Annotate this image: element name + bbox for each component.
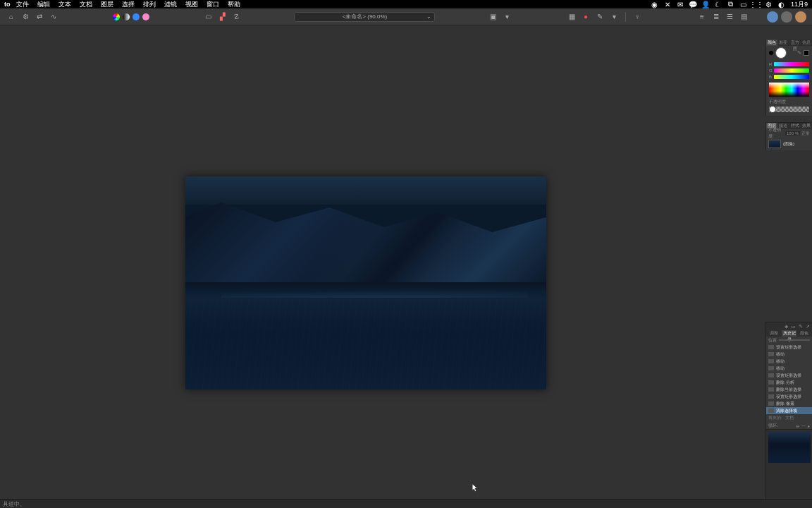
- persona-photo-icon[interactable]: [767, 11, 778, 23]
- crop-icon[interactable]: ▞: [217, 11, 228, 23]
- status-display-icon[interactable]: ⧉: [726, 0, 736, 8]
- lasso-icon[interactable]: ☡: [231, 11, 242, 23]
- eyedropper-icon[interactable]: ✎: [797, 50, 801, 56]
- menu-filter[interactable]: 滤镜: [164, 0, 177, 9]
- history-item[interactable]: 设置矩形选择: [766, 393, 812, 400]
- history-item-label: 清除选择项: [776, 408, 797, 414]
- tab-styles[interactable]: 样式: [789, 123, 801, 129]
- history-slider-icon[interactable]: —: [801, 423, 806, 428]
- tab-histogram[interactable]: 直方图: [789, 40, 801, 46]
- align-justify-icon[interactable]: ▤: [739, 11, 750, 23]
- menubar-clock[interactable]: 11月9: [791, 0, 808, 9]
- sync-icon[interactable]: ⇄: [34, 11, 45, 23]
- align-left-icon[interactable]: ≡: [696, 11, 708, 23]
- blue-slider[interactable]: B: [769, 74, 809, 80]
- status-siri-icon[interactable]: ◐: [777, 0, 787, 8]
- person-icon[interactable]: ♀: [632, 11, 643, 23]
- status-chat-icon[interactable]: 💬: [688, 0, 698, 8]
- menu-edit[interactable]: 编辑: [37, 0, 50, 9]
- history-item[interactable]: 移动: [766, 365, 812, 372]
- panel-icon-2[interactable]: ▭: [791, 324, 796, 329]
- panel-icon-4[interactable]: ↗: [806, 324, 810, 329]
- color-dot-blue[interactable]: [133, 13, 140, 20]
- history-item[interactable]: 移动: [766, 358, 812, 365]
- history-position-slider[interactable]: [779, 339, 810, 341]
- status-record-icon[interactable]: ◉: [650, 0, 660, 8]
- record-icon[interactable]: ●: [580, 11, 591, 23]
- document-title-dropdown[interactable]: <未命名> (90.0%) ⌄: [294, 12, 435, 22]
- menu-file[interactable]: 文件: [16, 0, 29, 9]
- home-icon[interactable]: ⌂: [6, 11, 17, 23]
- layer-opacity-value[interactable]: 100 %: [785, 131, 800, 135]
- grid-icon[interactable]: ▦: [566, 11, 577, 23]
- status-x-icon[interactable]: ✕: [663, 0, 672, 8]
- layer-name[interactable]: (图像): [783, 141, 794, 147]
- layer-blend-mode[interactable]: 正常: [801, 131, 810, 137]
- tab-gradient[interactable]: 渐变: [777, 40, 789, 46]
- history-play-icon[interactable]: ▸: [808, 423, 810, 428]
- status-wifi-icon[interactable]: ⋮⋮: [751, 0, 761, 8]
- canvas-image[interactable]: [185, 176, 546, 389]
- camera-icon[interactable]: ▣: [487, 11, 498, 23]
- app-name[interactable]: to: [4, 1, 11, 8]
- navigator-thumbnail[interactable]: [768, 432, 811, 463]
- menu-arrange[interactable]: 排列: [143, 0, 156, 9]
- status-control-icon[interactable]: ⚙: [764, 0, 774, 8]
- history-item[interactable]: 移动: [766, 351, 812, 358]
- color-dot-pink[interactable]: [142, 13, 149, 20]
- tab-info[interactable]: 信息: [801, 40, 812, 46]
- color-panel-tabs: 颜色 渐变 直方图 信息: [766, 40, 812, 46]
- share-icon[interactable]: ∿: [48, 11, 59, 23]
- wand-icon[interactable]: ✎: [594, 11, 605, 23]
- rect-select-icon[interactable]: ▭: [203, 11, 214, 23]
- history-item[interactable]: 删除当前选择: [766, 386, 812, 393]
- history-item[interactable]: 设置矩形选择: [766, 372, 812, 379]
- menu-layer[interactable]: 图层: [101, 0, 113, 9]
- menu-help[interactable]: 帮助: [228, 0, 240, 9]
- color-wheel-icon[interactable]: [113, 13, 120, 20]
- fg-color-swatch[interactable]: [775, 47, 787, 59]
- status-wechat-icon[interactable]: ✉: [675, 0, 685, 8]
- status-user-icon[interactable]: 👤: [701, 0, 710, 8]
- layer-row[interactable]: (图像): [766, 138, 812, 150]
- opacity-slider[interactable]: [769, 107, 809, 112]
- tab-colors[interactable]: 颜色: [796, 330, 812, 337]
- persona-liquify-icon[interactable]: [781, 11, 792, 23]
- color-spectrum[interactable]: [769, 83, 809, 97]
- history-minus-icon[interactable]: ⊖: [796, 423, 799, 428]
- history-position-label: 位置: [768, 337, 777, 344]
- green-slider[interactable]: G: [769, 68, 809, 73]
- menu-view[interactable]: 视图: [185, 0, 198, 9]
- align-right-icon[interactable]: ☰: [725, 11, 736, 23]
- history-item-label: 设置矩形选择: [776, 373, 801, 379]
- tab-color[interactable]: 颜色: [766, 40, 777, 46]
- tab-effects[interactable]: 效果: [801, 123, 812, 129]
- red-slider[interactable]: R: [769, 61, 809, 67]
- bg-color-swatch[interactable]: [769, 51, 773, 55]
- history-item[interactable]: 删除 像素: [766, 400, 812, 407]
- settings-icon[interactable]: ⚙: [20, 11, 31, 23]
- panel-icon-1[interactable]: ◈: [785, 324, 788, 329]
- menu-text[interactable]: 文本: [59, 0, 71, 9]
- persona-develop-icon[interactable]: [795, 11, 806, 23]
- grayscale-icon[interactable]: [123, 13, 130, 20]
- menu-window[interactable]: 窗口: [207, 0, 219, 9]
- status-bar: 具道中。: [0, 499, 812, 508]
- panel-icon-3[interactable]: ✎: [799, 324, 803, 329]
- color-reset-icon[interactable]: [804, 50, 809, 56]
- navigator-panel: [766, 429, 812, 508]
- tab-history[interactable]: 历史记录: [782, 330, 797, 337]
- tab-adjust[interactable]: 调整: [766, 330, 782, 337]
- status-dnd-icon[interactable]: ☾: [713, 0, 723, 8]
- chevron-down-icon: ⌄: [426, 13, 431, 20]
- menu-document[interactable]: 文档: [80, 0, 92, 9]
- align-center-icon[interactable]: ≣: [710, 11, 722, 23]
- history-item[interactable]: 清除选择项: [766, 407, 812, 414]
- menu-select[interactable]: 选择: [122, 0, 135, 9]
- canvas-area[interactable]: [0, 25, 764, 499]
- history-item[interactable]: 删除 分析: [766, 379, 812, 386]
- chevron-down-icon[interactable]: ▾: [501, 11, 512, 23]
- chevron-down-icon[interactable]: ▾: [608, 11, 620, 23]
- status-battery-icon[interactable]: ▭: [739, 0, 749, 8]
- history-item[interactable]: 设置矩形选择: [766, 344, 812, 351]
